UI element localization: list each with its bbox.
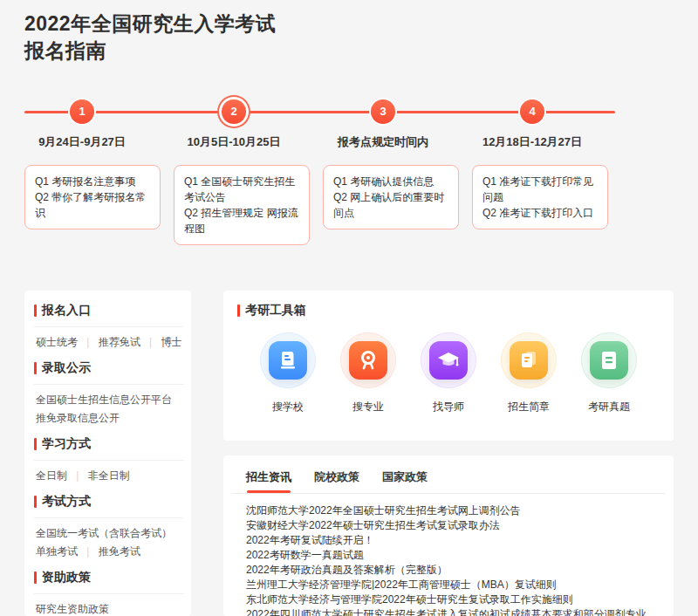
documents-icon: [510, 341, 548, 380]
sidebar-link[interactable]: 硕士统考: [36, 336, 78, 348]
sidebar-link[interactable]: 单独考试: [36, 545, 78, 558]
tab-admission-news[interactable]: 招生资讯: [246, 469, 291, 493]
sidebar-section-title: 资助政策: [34, 570, 184, 585]
sidebar-link[interactable]: 全国统一考试（含联合考试）: [36, 527, 172, 539]
timeline-step-number: 1: [70, 99, 94, 124]
red-bar-icon: [34, 572, 37, 584]
qa-link[interactable]: Q1 考研报名注意事项: [35, 174, 150, 189]
timeline-step-number: 3: [371, 99, 395, 124]
tool-label: 搜专业: [340, 400, 396, 414]
qa-card-2[interactable]: Q1 全国硕士研究生招生考试公告 Q2 招生管理规定 网报流程图: [174, 165, 310, 245]
sidebar-section-title: 录取公示: [34, 360, 184, 376]
qa-card-3[interactable]: Q1 考研确认提供信息 Q2 网上确认后的重要时间点: [323, 165, 459, 229]
qa-link[interactable]: Q1 考研确认提供信息: [333, 174, 448, 189]
tab-national-policy[interactable]: 国家政策: [382, 469, 428, 493]
sidebar-section-luqu: 录取公示 全国硕士生招生信息公开平台 推免录取信息公开: [34, 360, 184, 425]
tool-find-mentor[interactable]: 找导师: [421, 332, 476, 414]
timeline-step-3: 3 报考点规定时间内: [318, 99, 448, 150]
qa-link[interactable]: Q2 网上确认后的重要时间点: [333, 189, 448, 221]
news-item[interactable]: 安徽财经大学2022年硕士研究生招生考试复试录取办法: [246, 520, 651, 530]
news-list: 沈阳师范大学2022年全国硕士研究生招生考试网上调剂公告 安徽财经大学2022年…: [246, 505, 651, 616]
qa-card-1[interactable]: Q1 考研报名注意事项 Q2 带你了解考研报名常识: [24, 165, 161, 229]
sidebar-section-kaoshi: 考试方式 全国统一考试（含联合考试） 单独考试｜推免考试: [34, 494, 184, 558]
news-item[interactable]: 2022年四川师范大学硕士研究生招生考试进入复试的初试成绩基本要求和部分调剂专业: [246, 609, 651, 616]
separator: ｜: [72, 469, 83, 482]
graduation-cap-icon: [429, 341, 468, 380]
timeline-step-date: 12月18日-12月27日: [467, 134, 598, 150]
tool-label: 考研真题: [581, 400, 637, 414]
page-title-line1: 2022年全国研究生入学考试: [24, 10, 276, 38]
tool-label: 找导师: [421, 400, 476, 414]
red-bar-icon: [34, 305, 37, 317]
tool-past-exams[interactable]: 考研真题: [581, 332, 637, 414]
tool-admission-guide[interactable]: 招生简章: [501, 332, 557, 414]
red-bar-icon: [34, 362, 37, 374]
news-item[interactable]: 兰州理工大学经济管理学院|2022年工商管理硕士（MBA）复试细则: [246, 579, 651, 590]
toolbox-title: 考研工具箱: [237, 303, 660, 318]
tool-label: 招生简章: [501, 400, 557, 414]
news-item[interactable]: 2022考研数学一真题试题: [246, 550, 651, 560]
qa-link[interactable]: Q1 准考证下载打印常见问题: [482, 174, 598, 205]
tool-circle: [581, 332, 637, 388]
news-item[interactable]: 2022年考研政治真题及答案解析（完整版）: [246, 565, 651, 575]
sidebar-link[interactable]: 全国硕士生招生信息公开平台: [36, 394, 172, 406]
timeline-step-date: 报考点规定时间内: [318, 134, 448, 150]
qa-link[interactable]: Q2 招生管理规定 网报流程图: [184, 205, 299, 236]
tool-circle: [501, 332, 557, 388]
separator: ｜: [83, 336, 93, 348]
qa-card-4[interactable]: Q1 准考证下载打印常见问题 Q2 准考证下载打印入口: [472, 165, 608, 229]
separator: ｜: [83, 545, 93, 558]
timeline-step-date: 9月24日-9月27日: [17, 134, 147, 150]
sidebar-links-row: 研究生资助政策: [36, 602, 184, 616]
page-title-line2: 报名指南: [24, 38, 276, 65]
timeline-step-2: 2 10月5日-10月25日: [168, 99, 299, 150]
sidebar-link[interactable]: 博士: [161, 336, 182, 348]
timeline-step-4: 4 12月18日-12月27日: [467, 99, 598, 150]
sidebar-links-row: 推免录取信息公开: [36, 411, 184, 425]
divider: [34, 326, 184, 327]
tool-circle: [421, 332, 476, 388]
qa-link[interactable]: Q2 带你了解考研报名常识: [35, 189, 150, 221]
sidebar-section-zizhu: 资助政策 研究生资助政策: [34, 570, 184, 616]
news-item[interactable]: 沈阳师范大学2022年全国硕士研究生招生考试网上调剂公告: [246, 505, 651, 516]
sidebar-section-title: 学习方式: [34, 436, 184, 452]
sidebar-links-row: 单独考试｜推免考试: [36, 544, 184, 558]
tab-school-policy[interactable]: 院校政策: [314, 469, 359, 493]
qa-link[interactable]: Q2 准考证下载打印入口: [482, 205, 598, 221]
tool-search-major[interactable]: 搜专业: [340, 332, 396, 414]
timeline: 1 9月24日-9月27日 2 10月5日-10月25日 3 报考点规定时间内 …: [0, 99, 698, 154]
sidebar-link[interactable]: 非全日制: [88, 469, 130, 482]
sidebar-section-xuexi: 学习方式 全日制｜非全日制: [34, 436, 184, 483]
divider: [34, 593, 184, 594]
news-panel: 招生资讯 院校政策 国家政策 沈阳师范大学2022年全国硕士研究生招生考试网上调…: [223, 455, 674, 616]
red-bar-icon: [34, 438, 37, 450]
tool-label: 搜学校: [260, 400, 316, 414]
sidebar-links-row: 全日制｜非全日制: [36, 469, 184, 483]
sidebar-link[interactable]: 全日制: [36, 469, 67, 482]
tool-circle: [340, 332, 396, 388]
main-area: 报名入口 硕士统考｜推荐免试｜博士 录取公示 全国硕士生招生信息公开平台 推免录…: [24, 291, 674, 616]
sidebar-section-title: 报名入口: [34, 303, 184, 318]
news-item[interactable]: 东北师范大学经济与管理学院2022年硕士研究生复试录取工作实施细则: [246, 594, 651, 605]
timeline-step-1: 1 9月24日-9月27日: [17, 99, 147, 150]
sidebar-link[interactable]: 推荐免试: [99, 336, 140, 348]
news-tabs: 招生资讯 院校政策 国家政策: [246, 469, 651, 493]
sidebar: 报名入口 硕士统考｜推荐免试｜博士 录取公示 全国硕士生招生信息公开平台 推免录…: [24, 291, 191, 616]
tool-search-school[interactable]: 搜学校: [260, 332, 316, 414]
sidebar-link[interactable]: 推免考试: [99, 545, 140, 558]
page-header: 2022年全国研究生入学考试 报名指南: [24, 10, 276, 65]
sidebar-link[interactable]: 研究生资助政策: [36, 603, 109, 615]
divider: [34, 384, 184, 385]
red-bar-icon: [237, 305, 240, 317]
qa-cards-row: Q1 考研报名注意事项 Q2 带你了解考研报名常识 Q1 全国硕士研究生招生考试…: [24, 165, 608, 245]
sidebar-links-row: 全国统一考试（含联合考试）: [36, 526, 184, 540]
right-column: 考研工具箱: [223, 291, 674, 616]
divider: [232, 493, 665, 494]
sidebar-section-baoming: 报名入口 硕士统考｜推荐免试｜博士: [34, 303, 184, 349]
sidebar-links-row: 全国硕士生招生信息公开平台: [36, 393, 184, 407]
clipboard-icon: [590, 341, 628, 380]
news-item[interactable]: 2022年考研复试陆续开启！: [246, 535, 651, 545]
qa-link[interactable]: Q1 全国硕士研究生招生考试公告: [184, 174, 299, 205]
sidebar-link[interactable]: 推免录取信息公开: [36, 412, 120, 424]
divider: [34, 517, 184, 518]
